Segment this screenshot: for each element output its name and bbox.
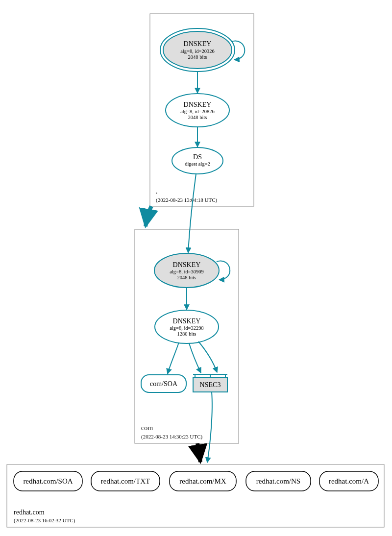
svg-text:2048 bits: 2048 bits — [188, 115, 207, 120]
edge-nsec3-to-redhat — [207, 392, 212, 463]
zone-com-timestamp: (2022-08-23 14:30:23 UTC) — [141, 434, 203, 440]
svg-text:redhat.com/MX: redhat.com/MX — [179, 477, 226, 485]
redhat-mx-node[interactable]: redhat.com/MX — [170, 471, 236, 491]
svg-text:digest alg=2: digest alg=2 — [185, 161, 210, 167]
zone-com: com (2022-08-23 14:30:23 UTC) DNSKEY alg… — [135, 229, 239, 443]
edge-com-zsk-nsec3-2 — [198, 341, 217, 372]
root-ds-node[interactable]: DS digest alg=2 — [172, 147, 223, 174]
svg-text:2048 bits: 2048 bits — [188, 54, 207, 60]
zone-redhat-timestamp: (2022-08-23 16:02:32 UTC) — [14, 517, 75, 524]
edge-com-to-redhat-zone — [197, 443, 200, 462]
com-soa-node[interactable]: com/SOA — [141, 375, 186, 392]
redhat-a-node[interactable]: redhat.com/A — [319, 471, 378, 491]
zone-root-timestamp: (2022-08-23 13:04:18 UTC) — [156, 197, 218, 203]
svg-point-10 — [172, 147, 223, 174]
redhat-txt-node[interactable]: redhat.com/TXT — [91, 471, 160, 491]
svg-text:alg=8, id=32298: alg=8, id=32298 — [170, 325, 204, 331]
edge-ds-to-com-ksk — [188, 174, 196, 253]
redhat-soa-node[interactable]: redhat.com/SOA — [14, 471, 82, 491]
edge-com-zsk-nsec3-1 — [189, 343, 201, 373]
svg-text:redhat.com/NS: redhat.com/NS — [256, 477, 300, 485]
svg-text:DNSKEY: DNSKEY — [184, 40, 212, 48]
zone-root-name: . — [156, 188, 158, 195]
svg-text:alg=8, id=30909: alg=8, id=30909 — [170, 269, 204, 274]
root-zsk-node[interactable]: DNSKEY alg=8, id=20826 2048 bits — [166, 94, 229, 127]
dnssec-diagram: . (2022-08-23 13:04:18 UTC) DNSKEY alg=8… — [0, 0, 392, 536]
svg-text:1280 bits: 1280 bits — [177, 331, 196, 337]
svg-text:alg=8, id=20826: alg=8, id=20826 — [180, 109, 215, 114]
svg-text:redhat.com/A: redhat.com/A — [329, 477, 369, 485]
svg-text:DS: DS — [193, 153, 202, 161]
svg-text:NSEC3: NSEC3 — [200, 381, 221, 389]
root-ksk-node[interactable]: DNSKEY alg=8, id=20326 2048 bits — [160, 28, 235, 72]
zone-redhat: redhat.com (2022-08-23 16:02:32 UTC) red… — [7, 464, 384, 527]
edge-root-to-com-zone — [146, 206, 151, 226]
zone-redhat-name: redhat.com — [14, 509, 45, 516]
com-zsk-node[interactable]: DNSKEY alg=8, id=32298 1280 bits — [155, 310, 219, 343]
svg-text:alg=8, id=20326: alg=8, id=20326 — [180, 49, 215, 54]
svg-text:redhat.com/TXT: redhat.com/TXT — [101, 477, 150, 485]
svg-text:DNSKEY: DNSKEY — [173, 261, 201, 268]
com-nsec3-node[interactable]: NSEC3 — [193, 374, 227, 392]
svg-text:redhat.com/SOA: redhat.com/SOA — [23, 477, 73, 485]
com-ksk-node[interactable]: DNSKEY alg=8, id=30909 2048 bits — [154, 253, 219, 288]
zone-root: . (2022-08-23 13:04:18 UTC) DNSKEY alg=8… — [150, 14, 254, 206]
edge-com-zsk-soa — [168, 342, 179, 374]
svg-text:com/SOA: com/SOA — [150, 380, 178, 388]
redhat-ns-node[interactable]: redhat.com/NS — [246, 471, 311, 491]
svg-text:DNSKEY: DNSKEY — [184, 101, 212, 108]
svg-text:2048 bits: 2048 bits — [177, 275, 196, 280]
svg-text:DNSKEY: DNSKEY — [173, 317, 201, 325]
zone-com-name: com — [141, 424, 153, 432]
